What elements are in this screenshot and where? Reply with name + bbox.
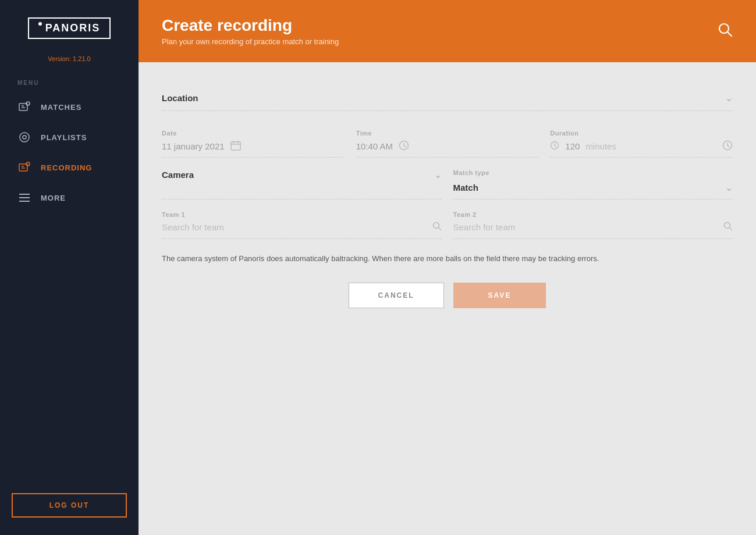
svg-line-27 (438, 228, 441, 230)
team1-label: Team 1 (162, 211, 442, 218)
cancel-button[interactable]: CANCEL (349, 283, 444, 308)
match-type-value: Match (453, 183, 478, 192)
sidebar-item-more[interactable]: MORE (0, 183, 139, 213)
team1-search-row: Search for team (162, 222, 442, 233)
location-section: Location ⌄ (162, 85, 733, 111)
svg-rect-15 (231, 142, 240, 150)
page-subtitle: Plan your own recording of practice matc… (162, 37, 339, 46)
location-divider (162, 110, 733, 111)
version-label: Version: (48, 55, 71, 62)
clock-icon[interactable] (399, 140, 409, 152)
date-value-row: 11 january 2021 (162, 140, 345, 152)
team2-placeholder[interactable]: Search for team (453, 222, 516, 232)
duration-clock-icon (550, 141, 559, 152)
team2-search-row: Search for team (453, 222, 733, 233)
match-type-label: Match type (453, 169, 733, 176)
location-chevron-icon[interactable]: ⌄ (725, 92, 733, 104)
time-field: Time 10:40 AM (356, 125, 539, 158)
team2-label: Team 2 (453, 211, 733, 218)
team1-search-icon[interactable] (432, 222, 442, 233)
menu-label: MENU (0, 80, 39, 86)
matches-icon (17, 100, 31, 114)
matches-label: MATCHES (41, 103, 81, 112)
version-number: 1.21.0 (73, 55, 91, 62)
time-value-row: 10:40 AM (356, 140, 539, 152)
sidebar-item-matches[interactable]: MATCHES (0, 92, 139, 122)
date-value: 11 january 2021 (162, 141, 225, 151)
camera-label: Camera (162, 170, 194, 180)
camera-chevron-icon[interactable]: ⌄ (434, 169, 442, 180)
duration-unit: minutes (585, 141, 616, 151)
logout-button[interactable]: LOG OUT (12, 493, 127, 518)
time-value: 10:40 AM (356, 141, 393, 151)
date-label: Date (162, 130, 345, 137)
duration-field: Duration 120 minutes (550, 125, 733, 158)
more-label: MORE (41, 194, 66, 202)
location-header: Location ⌄ (162, 85, 733, 110)
action-buttons: CANCEL SAVE (162, 283, 733, 308)
nav-menu: MATCHES PLAYLISTS RECORDING (0, 92, 139, 213)
duration-value-row: 120 minutes (550, 140, 733, 152)
team1-placeholder[interactable]: Search for team (162, 222, 224, 232)
team2-field: Team 2 Search for team (453, 211, 733, 239)
more-icon (17, 191, 31, 205)
team-row: Team 1 Search for team Team 2 Search for… (162, 211, 733, 239)
time-label: Time (356, 130, 539, 137)
svg-point-4 (20, 133, 29, 142)
logo-text: PANORIS (45, 22, 101, 34)
page-header: Create recording Plan your own recording… (139, 0, 756, 62)
save-button[interactable]: SAVE (453, 283, 546, 308)
svg-line-29 (730, 228, 732, 230)
duration-spinner-icon[interactable] (722, 140, 733, 152)
main-content: Create recording Plan your own recording… (139, 0, 756, 535)
duration-label: Duration (550, 130, 733, 137)
date-time-row: Date 11 january 2021 Time (162, 125, 733, 158)
camera-matchtype-row: Camera ⌄ Match type Match ⌄ (162, 169, 733, 199)
header-text: Create recording Plan your own recording… (162, 16, 339, 46)
date-field: Date 11 january 2021 (162, 125, 345, 158)
recording-label: RECORDING (41, 163, 92, 172)
sidebar-item-recording[interactable]: RECORDING (0, 152, 139, 183)
svg-line-14 (727, 32, 732, 36)
camera-field: Camera ⌄ (162, 169, 442, 199)
match-type-field: Match type Match ⌄ (453, 169, 733, 199)
header-search-icon[interactable] (718, 22, 733, 41)
sidebar-item-playlists[interactable]: PLAYLISTS (0, 122, 139, 152)
location-label: Location (162, 93, 198, 103)
team1-field: Team 1 Search for team (162, 211, 442, 239)
match-type-header: Match ⌄ (453, 180, 733, 193)
match-type-chevron-icon[interactable]: ⌄ (725, 182, 733, 193)
info-text: The camera system of Panoris does automa… (162, 253, 733, 265)
calendar-icon[interactable] (230, 140, 241, 152)
logo-dot (38, 22, 42, 26)
playlists-label: PLAYLISTS (41, 133, 87, 142)
logo: PANORIS (28, 17, 111, 39)
duration-value: 120 (565, 141, 580, 151)
logo-area: PANORIS (0, 0, 139, 51)
sidebar: PANORIS Version: 1.21.0 MENU MATCHES (0, 0, 139, 535)
recording-icon (17, 160, 31, 174)
team2-search-icon[interactable] (723, 222, 733, 233)
page-title: Create recording (162, 16, 339, 35)
svg-point-5 (23, 135, 26, 139)
svg-line-24 (555, 145, 556, 147)
playlists-icon (17, 130, 31, 144)
version-info: Version: 1.21.0 (48, 55, 90, 62)
svg-line-21 (404, 145, 406, 147)
form-area: Location ⌄ Date 11 january 2021 (139, 62, 756, 535)
